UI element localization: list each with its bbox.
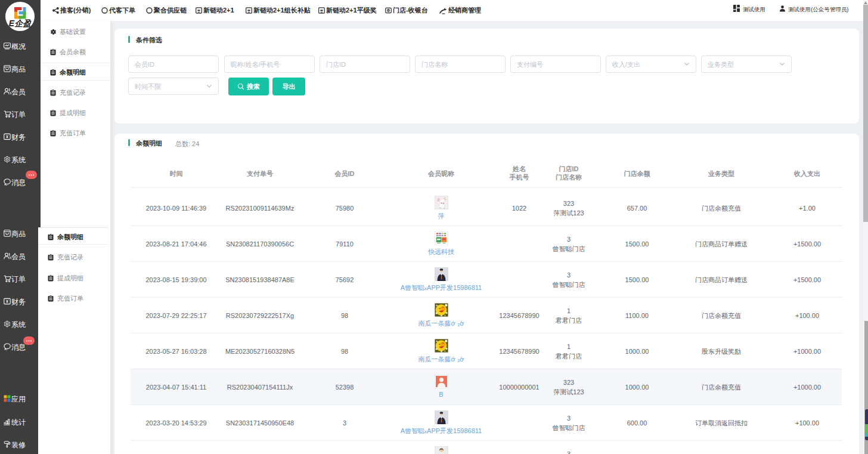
svg-text:E企盈: E企盈 (9, 18, 32, 28)
